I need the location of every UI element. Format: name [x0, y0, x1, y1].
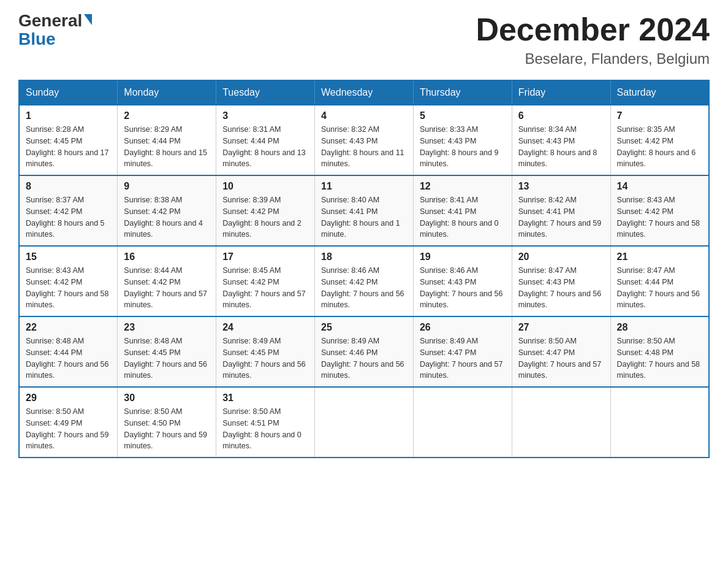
day-number: 11	[321, 181, 407, 192]
day-number: 8	[26, 181, 111, 192]
weekday-header-wednesday: Wednesday	[315, 80, 414, 105]
day-number: 26	[420, 322, 506, 333]
calendar-cell: 8 Sunrise: 8:37 AMSunset: 4:42 PMDayligh…	[19, 175, 118, 246]
calendar-cell: 19 Sunrise: 8:46 AMSunset: 4:43 PMDaylig…	[413, 246, 512, 316]
day-info: Sunrise: 8:44 AMSunset: 4:42 PMDaylight:…	[124, 266, 207, 309]
day-number: 30	[124, 393, 210, 404]
day-number: 19	[420, 251, 506, 262]
day-number: 24	[222, 322, 308, 333]
calendar-cell: 18 Sunrise: 8:46 AMSunset: 4:42 PMDaylig…	[315, 246, 414, 316]
calendar-week-5: 29 Sunrise: 8:50 AMSunset: 4:49 PMDaylig…	[19, 387, 709, 458]
calendar-cell: 9 Sunrise: 8:38 AMSunset: 4:42 PMDayligh…	[118, 175, 216, 246]
day-number: 25	[321, 322, 407, 333]
calendar-cell	[610, 387, 709, 458]
logo-triangle-icon	[84, 14, 92, 25]
day-number: 9	[124, 181, 210, 192]
day-number: 14	[617, 181, 702, 192]
day-number: 16	[124, 251, 210, 262]
calendar-week-2: 8 Sunrise: 8:37 AMSunset: 4:42 PMDayligh…	[19, 175, 709, 246]
day-info: Sunrise: 8:38 AMSunset: 4:42 PMDaylight:…	[124, 196, 203, 239]
day-number: 12	[420, 181, 506, 192]
weekday-header-saturday: Saturday	[610, 80, 709, 105]
day-number: 27	[518, 322, 604, 333]
day-info: Sunrise: 8:50 AMSunset: 4:50 PMDaylight:…	[124, 407, 207, 450]
day-number: 23	[124, 322, 210, 333]
day-info: Sunrise: 8:47 AMSunset: 4:44 PMDaylight:…	[617, 266, 700, 309]
day-number: 1	[26, 110, 111, 121]
day-info: Sunrise: 8:39 AMSunset: 4:42 PMDaylight:…	[222, 196, 301, 239]
day-number: 22	[26, 322, 111, 333]
day-number: 2	[124, 110, 210, 121]
calendar-cell: 14 Sunrise: 8:43 AMSunset: 4:42 PMDaylig…	[610, 175, 709, 246]
day-number: 17	[222, 251, 308, 262]
day-number: 18	[321, 251, 407, 262]
day-info: Sunrise: 8:48 AMSunset: 4:45 PMDaylight:…	[124, 337, 207, 380]
logo: General Blue	[18, 12, 92, 49]
calendar-cell: 1 Sunrise: 8:28 AMSunset: 4:45 PMDayligh…	[19, 105, 118, 175]
day-number: 13	[518, 181, 604, 192]
day-info: Sunrise: 8:49 AMSunset: 4:47 PMDaylight:…	[420, 337, 503, 380]
day-number: 10	[222, 181, 308, 192]
day-info: Sunrise: 8:33 AMSunset: 4:43 PMDaylight:…	[420, 125, 499, 168]
day-info: Sunrise: 8:50 AMSunset: 4:51 PMDaylight:…	[222, 407, 301, 450]
calendar-cell	[413, 387, 512, 458]
day-info: Sunrise: 8:41 AMSunset: 4:41 PMDaylight:…	[420, 196, 499, 239]
weekday-header-row: SundayMondayTuesdayWednesdayThursdayFrid…	[19, 80, 709, 105]
calendar-cell: 13 Sunrise: 8:42 AMSunset: 4:41 PMDaylig…	[512, 175, 610, 246]
title-section: December 2024 Beselare, Flanders, Belgiu…	[476, 12, 710, 67]
calendar-cell: 3 Sunrise: 8:31 AMSunset: 4:44 PMDayligh…	[216, 105, 315, 175]
calendar-cell: 20 Sunrise: 8:47 AMSunset: 4:43 PMDaylig…	[512, 246, 610, 316]
calendar-cell: 28 Sunrise: 8:50 AMSunset: 4:48 PMDaylig…	[610, 316, 709, 387]
day-info: Sunrise: 8:29 AMSunset: 4:44 PMDaylight:…	[124, 125, 207, 168]
day-number: 15	[26, 251, 111, 262]
day-info: Sunrise: 8:31 AMSunset: 4:44 PMDaylight:…	[222, 125, 306, 168]
calendar-cell: 23 Sunrise: 8:48 AMSunset: 4:45 PMDaylig…	[118, 316, 216, 387]
calendar-cell: 12 Sunrise: 8:41 AMSunset: 4:41 PMDaylig…	[413, 175, 512, 246]
day-info: Sunrise: 8:28 AMSunset: 4:45 PMDaylight:…	[26, 125, 109, 168]
calendar-cell	[512, 387, 610, 458]
day-info: Sunrise: 8:49 AMSunset: 4:46 PMDaylight:…	[321, 337, 404, 380]
calendar-cell: 27 Sunrise: 8:50 AMSunset: 4:47 PMDaylig…	[512, 316, 610, 387]
calendar-cell: 4 Sunrise: 8:32 AMSunset: 4:43 PMDayligh…	[315, 105, 414, 175]
day-number: 6	[518, 110, 604, 121]
day-number: 4	[321, 110, 407, 121]
day-info: Sunrise: 8:42 AMSunset: 4:41 PMDaylight:…	[518, 196, 602, 239]
calendar-cell: 25 Sunrise: 8:49 AMSunset: 4:46 PMDaylig…	[315, 316, 414, 387]
location-title: Beselare, Flanders, Belgium	[476, 50, 710, 67]
calendar-cell: 11 Sunrise: 8:40 AMSunset: 4:41 PMDaylig…	[315, 175, 414, 246]
calendar-cell: 6 Sunrise: 8:34 AMSunset: 4:43 PMDayligh…	[512, 105, 610, 175]
calendar-week-3: 15 Sunrise: 8:43 AMSunset: 4:42 PMDaylig…	[19, 246, 709, 316]
calendar-table: SundayMondayTuesdayWednesdayThursdayFrid…	[18, 80, 710, 458]
weekday-header-tuesday: Tuesday	[216, 80, 315, 105]
day-number: 20	[518, 251, 604, 262]
day-info: Sunrise: 8:47 AMSunset: 4:43 PMDaylight:…	[518, 266, 602, 309]
logo-blue: Blue	[18, 29, 56, 48]
day-info: Sunrise: 8:43 AMSunset: 4:42 PMDaylight:…	[617, 196, 700, 239]
day-number: 21	[617, 251, 702, 262]
day-info: Sunrise: 8:49 AMSunset: 4:45 PMDaylight:…	[222, 337, 306, 380]
calendar-cell: 26 Sunrise: 8:49 AMSunset: 4:47 PMDaylig…	[413, 316, 512, 387]
weekday-header-sunday: Sunday	[19, 80, 118, 105]
calendar-cell: 2 Sunrise: 8:29 AMSunset: 4:44 PMDayligh…	[118, 105, 216, 175]
calendar-cell: 29 Sunrise: 8:50 AMSunset: 4:49 PMDaylig…	[19, 387, 118, 458]
logo-general: General	[18, 12, 82, 29]
calendar-cell	[315, 387, 414, 458]
day-number: 5	[420, 110, 506, 121]
day-info: Sunrise: 8:48 AMSunset: 4:44 PMDaylight:…	[26, 337, 109, 380]
calendar-cell: 30 Sunrise: 8:50 AMSunset: 4:50 PMDaylig…	[118, 387, 216, 458]
calendar-cell: 17 Sunrise: 8:45 AMSunset: 4:42 PMDaylig…	[216, 246, 315, 316]
day-info: Sunrise: 8:46 AMSunset: 4:43 PMDaylight:…	[420, 266, 503, 309]
day-number: 7	[617, 110, 702, 121]
day-info: Sunrise: 8:45 AMSunset: 4:42 PMDaylight:…	[222, 266, 306, 309]
day-info: Sunrise: 8:50 AMSunset: 4:49 PMDaylight:…	[26, 407, 109, 450]
calendar-cell: 22 Sunrise: 8:48 AMSunset: 4:44 PMDaylig…	[19, 316, 118, 387]
calendar-cell: 24 Sunrise: 8:49 AMSunset: 4:45 PMDaylig…	[216, 316, 315, 387]
calendar-week-1: 1 Sunrise: 8:28 AMSunset: 4:45 PMDayligh…	[19, 105, 709, 175]
weekday-header-thursday: Thursday	[413, 80, 512, 105]
calendar-cell: 31 Sunrise: 8:50 AMSunset: 4:51 PMDaylig…	[216, 387, 315, 458]
day-info: Sunrise: 8:32 AMSunset: 4:43 PMDaylight:…	[321, 125, 404, 168]
calendar-cell: 7 Sunrise: 8:35 AMSunset: 4:42 PMDayligh…	[610, 105, 709, 175]
day-info: Sunrise: 8:35 AMSunset: 4:42 PMDaylight:…	[617, 125, 696, 168]
day-info: Sunrise: 8:43 AMSunset: 4:42 PMDaylight:…	[26, 266, 109, 309]
page-header: General Blue December 2024 Beselare, Fla…	[18, 12, 710, 67]
